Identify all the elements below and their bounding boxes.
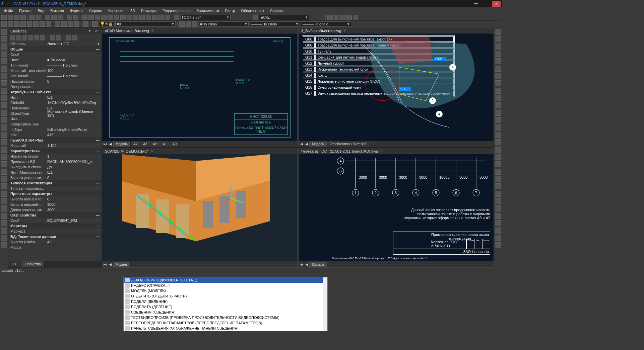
color-combo[interactable]: ■ По слою▾ bbox=[198, 21, 249, 27]
layout-tab[interactable]: А1 bbox=[160, 142, 170, 147]
tool-icon[interactable] bbox=[495, 147, 501, 153]
layout-tab[interactable]: Модель bbox=[113, 262, 131, 267]
menu-Облака точек[interactable]: Облака точек bbox=[238, 8, 267, 13]
close-icon[interactable]: ✕ bbox=[343, 28, 346, 33]
maximize-button[interactable]: □ bbox=[484, 1, 486, 7]
tool-icon[interactable] bbox=[495, 161, 501, 167]
property-row[interactable]: IfcTypeIfcBuildingElementProxy bbox=[8, 127, 102, 132]
tool-icon[interactable] bbox=[55, 21, 60, 27]
property-row[interactable]: СлойEQUIPMENT_RM bbox=[8, 218, 102, 223]
property-row[interactable]: Высота установки,...0 bbox=[8, 175, 102, 180]
tool-icon[interactable] bbox=[1, 73, 7, 79]
tool-icon[interactable] bbox=[133, 15, 138, 20]
tool-icon[interactable] bbox=[1, 43, 7, 50]
layer-state-icon[interactable] bbox=[92, 21, 98, 27]
tool-icon[interactable] bbox=[495, 36, 501, 42]
property-section-header[interactable]: Маркеры— bbox=[8, 223, 102, 229]
layout-tab[interactable]: А0 bbox=[170, 142, 180, 147]
tool-icon[interactable] bbox=[165, 15, 170, 20]
tool-icon[interactable] bbox=[495, 124, 501, 130]
tool-icon[interactable] bbox=[1, 235, 7, 241]
layout-tab[interactable]: Модель bbox=[113, 142, 131, 147]
property-row[interactable]: CompositionType bbox=[8, 121, 102, 127]
tool-icon[interactable] bbox=[139, 15, 145, 20]
tool-icon[interactable] bbox=[1, 124, 7, 130]
close-icon[interactable]: ✕ bbox=[150, 149, 153, 153]
redo-icon[interactable] bbox=[73, 15, 78, 20]
tool-icon[interactable] bbox=[61, 21, 67, 27]
property-section-header[interactable]: Общие— bbox=[8, 47, 102, 52]
property-row[interactable]: Привязка к БДRACKLAN 800*800*42U_л bbox=[8, 159, 102, 164]
ptool-icon[interactable] bbox=[34, 35, 39, 40]
layout-tab[interactable]: Модель bbox=[309, 262, 327, 267]
tool-icon[interactable] bbox=[334, 15, 339, 20]
tool-icon[interactable] bbox=[1, 161, 7, 167]
tool-icon[interactable] bbox=[495, 235, 501, 241]
tool-icon[interactable] bbox=[95, 15, 100, 20]
layout-tab[interactable]: А3 bbox=[140, 142, 150, 147]
tool-icon[interactable] bbox=[152, 15, 157, 20]
drawing-canvas[interactable]: Z Y X bbox=[102, 154, 297, 261]
tool-icon[interactable] bbox=[127, 15, 132, 20]
ptool-icon[interactable] bbox=[16, 35, 21, 40]
tool-icon[interactable] bbox=[1, 110, 7, 116]
tool-icon[interactable] bbox=[1, 139, 7, 145]
menu-Правка[interactable]: Правка bbox=[16, 8, 34, 13]
property-section-header[interactable]: БД: Технические данные— bbox=[8, 234, 102, 239]
tool-icon[interactable] bbox=[114, 15, 119, 20]
property-row[interactable]: Масштаб1:100 bbox=[8, 143, 102, 148]
tool-icon[interactable] bbox=[1, 205, 7, 211]
tool-icon[interactable] bbox=[495, 58, 501, 64]
property-row[interactable]: Высота (Units)42 bbox=[8, 239, 102, 245]
tool-icon[interactable] bbox=[1, 183, 7, 189]
document-tab[interactable]: 3_Выбор объектов.dwg ✕ bbox=[299, 28, 494, 34]
nav-first-icon[interactable]: ⏮ bbox=[299, 262, 304, 267]
tool-icon[interactable] bbox=[495, 242, 501, 248]
property-row[interactable]: Выводить в специ...Да bbox=[8, 164, 102, 170]
property-section-header[interactable]: Характеристики— bbox=[8, 148, 102, 154]
tool-icon[interactable] bbox=[1, 220, 7, 226]
property-row[interactable]: Имя (Маркировка)Ш1 bbox=[8, 170, 102, 175]
new-icon[interactable] bbox=[1, 15, 7, 20]
property-row[interactable]: Цвет■ По слою bbox=[8, 57, 102, 63]
tool-icon[interactable] bbox=[33, 21, 39, 27]
tool-icon[interactable] bbox=[495, 169, 501, 175]
tool-icon[interactable] bbox=[1, 228, 7, 234]
tool-icon[interactable] bbox=[1, 132, 7, 138]
textstyle-combo[interactable]: ГОСТ 2.304▾ bbox=[180, 15, 231, 20]
ptool-icon[interactable] bbox=[28, 35, 33, 40]
ptool-icon[interactable] bbox=[10, 35, 15, 40]
drawing-canvas[interactable]: G06Трасса для выполнения прыжков: акроба… bbox=[299, 34, 494, 141]
tool-icon[interactable] bbox=[327, 15, 333, 20]
tool-icon[interactable] bbox=[46, 21, 51, 27]
document-tab[interactable]: nCAD Механика. Вал.dwg ✕ bbox=[102, 28, 297, 34]
tool-icon[interactable] bbox=[495, 102, 501, 108]
tool-icon[interactable] bbox=[495, 88, 501, 94]
tool-icon[interactable] bbox=[495, 66, 501, 72]
property-section-header[interactable]: CAD свойства— bbox=[8, 212, 102, 218]
layer-icon[interactable] bbox=[174, 15, 179, 20]
tool-icon[interactable] bbox=[495, 183, 501, 189]
ptool-icon[interactable] bbox=[40, 35, 45, 40]
tool-icon[interactable] bbox=[495, 95, 501, 101]
tool-icon[interactable] bbox=[1, 88, 7, 94]
tool-icon[interactable] bbox=[1, 242, 7, 248]
document-tab[interactable]: Чертеж из ГОСТ 21.501-2011 (nanoCAD).dwg… bbox=[299, 148, 494, 154]
tool-icon[interactable] bbox=[20, 21, 26, 27]
ptool-icon[interactable] bbox=[72, 35, 77, 40]
property-row[interactable]: Длина участка, мм3000 bbox=[8, 207, 102, 212]
close-icon[interactable]: ✕ bbox=[151, 28, 154, 33]
property-row[interactable]: Гиперссылка bbox=[8, 84, 102, 89]
tool-icon[interactable] bbox=[495, 51, 501, 57]
layout-tab[interactable]: А2 bbox=[150, 142, 160, 147]
property-section-header[interactable]: Проектные параметры— bbox=[8, 191, 102, 196]
property-row[interactable]: Номер на этаже1 bbox=[8, 154, 102, 159]
tool-icon[interactable] bbox=[1, 191, 7, 197]
tool-icon[interactable] bbox=[495, 117, 501, 123]
tool-icon[interactable] bbox=[158, 15, 164, 20]
layer-combo[interactable]: 💡☀🔒🖨■ 0▾ bbox=[99, 21, 176, 27]
property-row[interactable]: Высота верхней т...3000 bbox=[8, 202, 102, 207]
tool-icon[interactable] bbox=[1, 154, 7, 160]
drawing-canvas[interactable]: 1234567АБ 30003000300030001680030003000 … bbox=[299, 154, 494, 261]
command-line-area[interactable]: Шрифт p13...Шрифт p13...Команда: де bbox=[0, 268, 502, 273]
